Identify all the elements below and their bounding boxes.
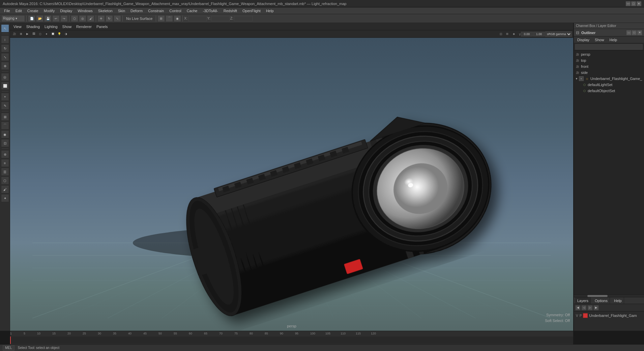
attr-editor-btn[interactable]: ≡ — [1, 159, 9, 167]
tree-item-defaultobjectset[interactable]: ⬡ defaultObjectSet — [574, 88, 644, 94]
rotate-btn[interactable]: ↻ — [1, 44, 9, 52]
tree-item-persp[interactable]: 🎥 persp — [574, 51, 644, 57]
select-mode-btn[interactable]: ↖ — [1, 24, 9, 32]
menu-control[interactable]: Control — [167, 7, 184, 14]
snap-to-grid[interactable]: ⊞ — [157, 15, 165, 22]
close-button[interactable]: ✕ — [637, 1, 641, 6]
vp-menu-view[interactable]: View — [11, 24, 24, 30]
menu-windows[interactable]: Windows — [75, 7, 95, 14]
gamma-value-input[interactable] — [521, 32, 533, 36]
menu-constrain[interactable]: Constrain — [145, 7, 167, 14]
vp-wireframe-btn[interactable]: ◻ — [37, 31, 43, 37]
outliner-minimize-btn[interactable]: — — [626, 30, 631, 35]
script-mode-btn[interactable]: MEL — [3, 345, 14, 351]
snap-point-btn[interactable]: ◉ — [1, 130, 9, 138]
vp-menu-panels[interactable]: Panels — [94, 24, 110, 30]
maximize-button[interactable]: □ — [631, 1, 636, 6]
outliner-close-btn[interactable]: ✕ — [637, 30, 642, 35]
paint-effects-btn[interactable]: 🖌 — [1, 185, 9, 193]
menu-skeleton[interactable]: Skeleton — [95, 7, 115, 14]
layer-item-underbarrel[interactable]: V P Underbarrel_Flashlight_Gam — [575, 312, 643, 319]
menu-create[interactable]: Create — [25, 7, 41, 14]
scale-btn[interactable]: ⤡ — [1, 53, 9, 61]
paint-select[interactable]: 🖌 — [87, 15, 94, 22]
menu-display[interactable]: Display — [57, 7, 75, 14]
undo-button[interactable]: ↩ — [52, 15, 60, 22]
layer-forward-btn[interactable]: ▷ — [587, 305, 593, 310]
vp-menu-shading[interactable]: Shading — [24, 24, 42, 30]
menu-edit[interactable]: Edit — [13, 7, 25, 14]
layer-add-btn[interactable]: ◀ — [575, 305, 581, 310]
vp-image-plane-btn[interactable]: 🖼 — [31, 31, 37, 37]
paint-select-btn[interactable]: ✎ — [1, 102, 9, 110]
save-scene-button[interactable]: 💾 — [44, 15, 52, 22]
tree-item-underbarrel[interactable]: ▼ + ◇ Underbarrel_Flashlight_Game_ — [574, 76, 644, 82]
menu-openflight[interactable]: OpenFlight — [240, 7, 263, 14]
snap-to-point[interactable]: ◉ — [174, 15, 181, 22]
expand-btn-underbarrel[interactable]: + — [579, 76, 584, 81]
outliner-menu-help[interactable]: Help — [608, 36, 619, 43]
vp-menu-lighting[interactable]: Lighting — [42, 24, 60, 30]
layers-tab-help[interactable]: Help — [612, 297, 624, 304]
scale-tool[interactable]: ⤡ — [114, 15, 121, 22]
z-coord-input[interactable] — [234, 16, 253, 21]
snap-view-btn[interactable]: ⊡ — [1, 139, 9, 147]
y-coord-input[interactable] — [211, 16, 230, 21]
vp-shadow-btn[interactable]: ◑ — [63, 31, 69, 37]
gamma-mult-input[interactable] — [533, 32, 545, 36]
outliner-menu-display[interactable]: Display — [575, 36, 591, 43]
open-scene-button[interactable]: 📂 — [36, 15, 43, 22]
select-tool[interactable]: ⬡ — [71, 15, 78, 22]
menu-help[interactable]: Help — [263, 7, 276, 14]
marquee-btn[interactable]: ⬜ — [1, 82, 9, 90]
vp-menu-renderer[interactable]: Renderer — [74, 24, 94, 30]
tree-item-top[interactable]: 🎥 top — [574, 57, 644, 63]
outliner-btn[interactable]: ☰ — [1, 168, 9, 176]
show-manip-btn[interactable]: ⊛ — [1, 150, 9, 158]
xgen-btn[interactable]: ✦ — [1, 194, 9, 202]
viewport-3d[interactable]: Symmetry: Off Soft Select: Off persp — [10, 38, 573, 331]
translate-btn[interactable]: ↕ — [1, 35, 9, 44]
vp-camera-btn[interactable]: 🎥 — [11, 31, 18, 37]
vp-lights-btn[interactable]: 💡 — [56, 31, 62, 37]
vp-texture-btn[interactable]: 🔲 — [50, 31, 56, 37]
lasso-select-btn[interactable]: ⌖ — [1, 93, 9, 101]
tree-item-defaultlightset[interactable]: ⬡ defaultLightSet — [574, 82, 644, 88]
vp-layout-btn[interactable]: ⊟ — [504, 31, 510, 37]
timeline-track[interactable] — [10, 336, 573, 344]
soft-select-btn[interactable]: ◎ — [1, 73, 9, 81]
menu-deform[interactable]: Deform — [128, 7, 145, 14]
menu-file[interactable]: File — [1, 7, 13, 14]
menu-cache[interactable]: Cache — [184, 7, 200, 14]
menu-modify[interactable]: Modify — [41, 7, 57, 14]
universal-btn[interactable]: ⊕ — [1, 62, 9, 70]
x-coord-input[interactable] — [188, 16, 207, 21]
vp-smooth-btn[interactable]: ● — [43, 31, 50, 37]
outliner-float-btn[interactable]: □ — [632, 30, 637, 35]
layer-back-btn[interactable]: ◁ — [581, 305, 587, 310]
outliner-search-input[interactable] — [575, 44, 643, 50]
hypergraph-btn[interactable]: ⬡ — [1, 177, 9, 185]
new-scene-button[interactable]: 📄 — [28, 15, 35, 22]
layers-tab-options[interactable]: Options — [593, 297, 610, 304]
rotate-tool[interactable]: ↻ — [106, 15, 113, 22]
layers-tab-layers[interactable]: Layers — [575, 297, 591, 304]
vp-playback-btn[interactable]: ▶ — [24, 31, 30, 37]
redo-button[interactable]: ↪ — [60, 15, 68, 22]
menu-skin[interactable]: Skin — [115, 7, 128, 14]
move-tool[interactable]: ✛ — [97, 15, 105, 22]
vp-stereo-btn[interactable]: ◈ — [511, 31, 517, 37]
snap-to-curve[interactable]: ⌒ — [166, 15, 173, 22]
outliner-tree[interactable]: 🎥 persp 🎥 top 🎥 front 🎥 side ▼ + ◇ Under… — [574, 51, 644, 294]
menu-3dtoall[interactable]: -3DToAll- — [200, 7, 221, 14]
layer-end-btn[interactable]: ▶ — [593, 305, 599, 310]
outliner-menu-show[interactable]: Show — [593, 36, 606, 43]
lasso-tool[interactable]: ◎ — [79, 15, 86, 22]
rigging-dropdown[interactable]: Rigging ▾ — [1, 15, 25, 22]
vp-grid-btn[interactable]: ⊞ — [18, 31, 24, 37]
tree-item-front[interactable]: 🎥 front — [574, 63, 644, 70]
snap-grid-btn[interactable]: ⊞ — [1, 113, 9, 121]
minimize-button[interactable]: — — [626, 1, 631, 6]
menu-redshift[interactable]: Redshift — [221, 7, 240, 14]
color-space-select[interactable]: sRGB gamma — [545, 31, 572, 37]
